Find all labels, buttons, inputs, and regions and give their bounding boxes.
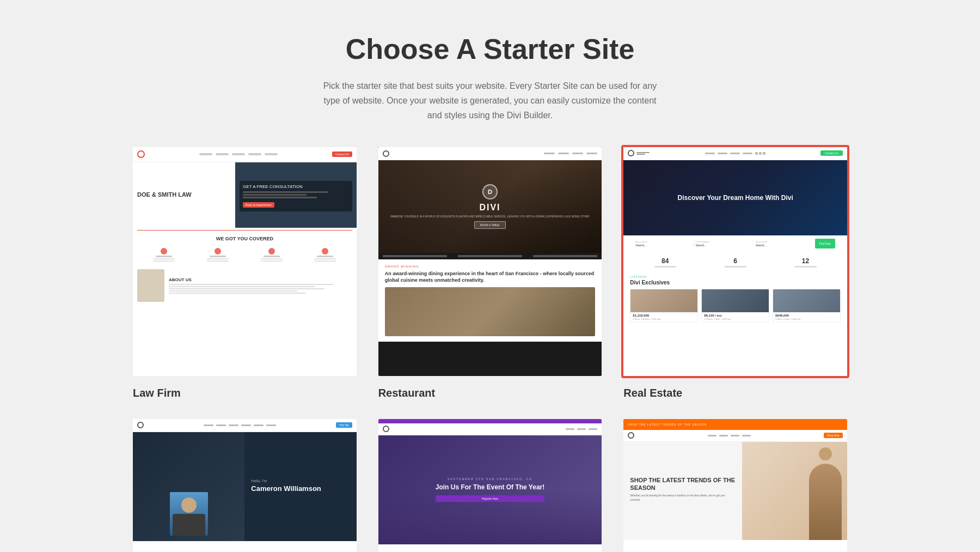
rest-hero-cta: BOOK A TABLE — [474, 221, 505, 229]
re-excl-label: LISTINGS — [630, 275, 841, 278]
pf-hero-right: Hello, I'm Cameron Williamson — [244, 432, 356, 541]
lf-feature-desc — [261, 258, 283, 259]
card-preview-portfolio: Hire Me Hello, I'm Cameron Williamson — [133, 419, 357, 552]
lf-about-title: ABOUT US — [169, 277, 352, 282]
lf-divider — [137, 230, 352, 230]
lf-nav-item — [265, 153, 278, 155]
re-card-price-3: $648,000 — [775, 314, 838, 317]
lf-nav-item — [232, 153, 245, 155]
re-stat-label-2 — [725, 266, 746, 268]
ev-nav — [566, 428, 597, 430]
ev-nav-item — [589, 428, 597, 430]
lf-logo — [137, 150, 145, 158]
lf-firm-name: DOE & SMITH LAW — [137, 191, 231, 198]
ev-nav-item — [577, 428, 586, 430]
ev-cta-btn: Register Now — [436, 495, 545, 502]
re-card-info-1: $1,219,000 4 Bdrm, 3 Bathrm, 2,200 sqft — [630, 312, 697, 322]
re-excl-title: Divi Exclusives — [630, 280, 841, 286]
rest-hero: D DIVI IMMERSE YOURSELF IN A WORLD OF EX… — [378, 160, 602, 253]
re-card-image-2 — [702, 289, 769, 312]
lf-feature-icon — [268, 248, 275, 254]
re-nav-item — [705, 153, 715, 154]
pf-topbar: Hire Me — [133, 419, 357, 432]
re-stat-num-2: 6 — [725, 257, 746, 265]
lf-hero-right: GET A FREE CONSULTATION Book an Appointm… — [235, 162, 357, 228]
re-logo-text — [636, 152, 650, 155]
lf-feature-3 — [261, 248, 283, 262]
lf-feature-icon — [322, 248, 328, 254]
lf-feature-1 — [153, 248, 175, 262]
ec-hero-title: SHOP THE LATEST TRENDS OF THE SEASON — [630, 476, 735, 492]
rest-nav-item — [558, 153, 569, 154]
site-card-restaurant[interactable]: D DIVI IMMERSE YOURSELF IN A WORLD OF EX… — [376, 145, 604, 399]
re-exclusives: LISTINGS Divi Exclusives $1,219,000 4 Bd… — [623, 272, 847, 326]
ec-logo — [628, 432, 634, 439]
rest-label: AWARD WINNING — [385, 265, 596, 268]
re-nav-item — [730, 153, 740, 154]
lf-nav-item — [199, 153, 212, 155]
card-preview-ecommerce: SHOP THE LATEST TRENDS OF THE SEASON Sho… — [623, 419, 847, 552]
re-stat-label-3 — [795, 266, 817, 268]
site-card-event[interactable]: SEPTEMBER 5TH SAN FRANCISCO, CA Join Us … — [376, 417, 604, 552]
lf-feature-label — [264, 256, 280, 257]
pf-avatar-head — [181, 498, 197, 513]
re-nav — [705, 152, 765, 155]
lf-about-lines — [169, 284, 352, 294]
rest-desc-title: An award-winning dining experience in th… — [385, 270, 596, 284]
rest-info-item — [383, 255, 447, 257]
lf-about-line — [169, 284, 334, 285]
re-nav-item — [718, 153, 727, 154]
lf-feature-label — [156, 256, 172, 257]
lf-feature-desc — [207, 258, 229, 259]
ec-hero: SHOP THE LATEST TRENDS OF THE SEASON Whe… — [623, 442, 847, 540]
ec-hero-sub: Whether you're looking for the latest in… — [630, 494, 735, 502]
page-container: Choose A Starter Site Pick the starter s… — [109, 0, 871, 552]
site-card-law-firm[interactable]: Contact Us DOE & SMITH LAW GET A FREE CO… — [131, 145, 359, 399]
card-preview-realestate: Contact Us Discover Your Dream Home With… — [623, 147, 847, 376]
ec-nav-item — [742, 435, 751, 436]
re-card-price-2: $8,100 / mo — [704, 314, 767, 317]
lf-about-line — [169, 286, 315, 287]
re-card-price-1: $1,219,000 — [633, 314, 695, 317]
ev-event-title: Join Us For The Event Of The Year! — [436, 483, 545, 492]
rest-info-item — [533, 255, 597, 257]
page-subtitle: Pick the starter site that best suits yo… — [321, 78, 659, 123]
lf-about-line — [169, 293, 306, 294]
lf-feature-2 — [207, 248, 229, 262]
lf-feature-4 — [314, 248, 336, 262]
rest-food-image — [385, 287, 596, 336]
re-logo — [628, 150, 650, 156]
re-search-label: Buy a Home — [635, 240, 689, 243]
site-card-portfolio[interactable]: Hire Me Hello, I'm Cameron Williamson — [131, 417, 359, 552]
lf-feature-icon — [215, 248, 221, 254]
site-card-ecommerce[interactable]: SHOP THE LATEST TRENDS OF THE SEASON Sho… — [621, 417, 849, 552]
re-card-details-1: 4 Bdrm, 3 Bathrm, 2,200 sqft — [633, 318, 695, 320]
lf-hero: DOE & SMITH LAW GET A FREE CONSULTATION — [133, 162, 357, 228]
ev-navbar — [378, 423, 602, 435]
card-preview-wrapper-ecommerce: SHOP THE LATEST TRENDS OF THE SEASON Sho… — [621, 417, 849, 552]
ec-nav — [708, 435, 751, 436]
pf-avatar — [170, 492, 208, 536]
re-stat-label-1 — [654, 266, 676, 268]
re-nav-social — [755, 152, 765, 155]
lf-about: ABOUT US — [133, 265, 357, 306]
rest-divi-letter: D — [488, 189, 492, 195]
lf-feature-label — [317, 256, 333, 257]
re-logo-line — [636, 152, 650, 153]
lf-appt-btn: Book an Appointment — [243, 202, 274, 208]
card-preview-restaurant: D DIVI IMMERSE YOURSELF IN A WORLD OF EX… — [378, 147, 602, 376]
re-search-value: Search... — [756, 244, 810, 247]
re-nav-item — [743, 153, 752, 154]
ec-orange-bar: SHOP THE LATEST TRENDS OF THE SEASON — [623, 419, 847, 430]
re-stat-2: 6 — [725, 257, 746, 268]
re-card-info-3: $648,000 3 Bdrm, 2 Bath, 1,600 sqft — [773, 312, 840, 322]
rest-info-item — [458, 255, 522, 257]
pf-greeting: Hello, I'm — [251, 479, 350, 483]
pf-logo — [137, 422, 144, 428]
site-card-real-estate[interactable]: Contact Us Discover Your Dream Home With… — [621, 145, 849, 399]
lf-feature-desc — [261, 260, 283, 262]
ec-model-head — [819, 447, 832, 460]
rest-nav-item — [572, 153, 583, 154]
lf-nav — [199, 153, 278, 155]
rest-nav-item — [544, 153, 555, 154]
